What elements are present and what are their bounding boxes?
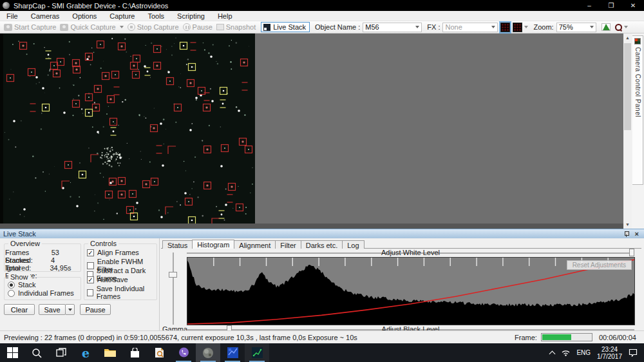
taskbar-file-explorer-button[interactable]	[98, 343, 122, 362]
radio-icon[interactable]	[8, 281, 15, 289]
live-stack-button[interactable]: Live Stack	[261, 22, 310, 32]
tab-histogram[interactable]: Histogram	[192, 240, 234, 249]
taskbar-film-app-button[interactable]	[245, 343, 269, 362]
chevron-down-icon[interactable]	[524, 26, 528, 28]
camera-icon	[60, 24, 68, 31]
radio-stack[interactable]: Stack	[8, 281, 36, 289]
menu-item-scripting[interactable]: Scripting	[171, 12, 211, 20]
doc-search-icon	[155, 347, 164, 358]
checkbox-autosave[interactable]: ✓AutoSave	[87, 276, 128, 283]
radio-icon[interactable]	[8, 290, 15, 297]
start-capture-button[interactable]: Start Capture	[4, 23, 56, 31]
object-name-combo[interactable]: M56	[363, 23, 422, 32]
white-level-slider[interactable]: Adjust White Level	[187, 250, 634, 256]
menu-item-options[interactable]: Options	[66, 12, 103, 20]
object-name-label: Object Name :	[315, 23, 360, 31]
restore-button[interactable]: ❐	[600, 0, 622, 11]
minimize-button[interactable]: –	[578, 0, 600, 11]
scrollbar-thumb[interactable]	[624, 43, 631, 130]
panel-icon	[634, 38, 641, 44]
title-bar: SharpCap - SMI Grabber Device - C:\Astro…	[0, 0, 644, 11]
clear-button[interactable]: Clear	[4, 304, 35, 315]
side-panel-strip: Camera Control Panel	[632, 33, 644, 229]
menu-item-cameras[interactable]: Cameras	[24, 12, 66, 20]
horizontal-scrollbar[interactable]	[0, 224, 623, 229]
histogram-section: StatusHistogramAlignmentFilterDarks etc.…	[159, 238, 644, 330]
taskbar-search-button[interactable]	[24, 343, 49, 362]
toolbar: Start Capture Quick Capture Stop Capture…	[0, 21, 644, 33]
camera-icon	[4, 24, 12, 31]
checkbox-icon[interactable]: ✓	[87, 276, 94, 283]
checkbox-save-individual-frames[interactable]: Save Individual Frames	[87, 285, 159, 300]
histogram-plot[interactable]: Reset Adjustments	[187, 257, 635, 325]
status-bar: Previewing : 22 frames (0 dropped) in 0:…	[0, 330, 644, 343]
frame-label: Frame:	[515, 334, 537, 341]
pause-stack-button[interactable]: Pause	[80, 304, 111, 315]
taskbar-blue-app-button[interactable]	[220, 343, 245, 362]
tab-darksetc[interactable]: Darks etc.	[301, 240, 343, 249]
scroll-down-icon[interactable]: ▼	[623, 220, 632, 229]
gamma-handle[interactable]	[169, 272, 177, 278]
pause-capture-button[interactable]: Pause	[183, 23, 213, 31]
film-app-icon	[252, 347, 263, 358]
taskbar-store-button[interactable]	[122, 343, 147, 362]
gamma-track[interactable]	[173, 252, 174, 325]
clock[interactable]: 23:24 1/7/2017	[597, 346, 622, 360]
panel-close-icon[interactable]: ×	[635, 231, 639, 237]
menu-item-file[interactable]: File	[0, 12, 24, 20]
white-level-handle[interactable]	[629, 249, 634, 256]
taskbar-task-view-button[interactable]	[49, 343, 73, 362]
display-lut-swatch[interactable]	[500, 23, 510, 32]
camera-control-panel-tab[interactable]: Camera Control Panel	[632, 35, 643, 185]
histogram-toolbar-icon[interactable]	[601, 23, 611, 31]
checkbox-icon[interactable]	[87, 289, 93, 296]
taskbar-sharpcap-button[interactable]	[196, 343, 220, 362]
taskbar-doc-search-button[interactable]	[147, 343, 171, 362]
taskbar-edge-button[interactable]: e	[73, 343, 98, 362]
tab-status[interactable]: Status	[162, 240, 193, 249]
stop-capture-button[interactable]: Stop Capture	[128, 23, 179, 31]
menu-item-help[interactable]: Help	[211, 12, 239, 20]
notification-icon[interactable]	[629, 348, 638, 357]
language-indicator[interactable]: ENG	[576, 349, 591, 356]
chevron-down-icon	[590, 26, 594, 28]
live-stack-preview-image[interactable]	[0, 33, 255, 224]
fx-combo[interactable]: None	[442, 23, 498, 32]
tab-filter[interactable]: Filter	[275, 240, 301, 249]
scroll-up-icon[interactable]: ▲	[623, 33, 632, 42]
search-icon	[32, 348, 42, 358]
magnifier-icon[interactable]	[614, 23, 622, 31]
close-button[interactable]: ✕	[622, 0, 644, 11]
checkbox-align-frames[interactable]: ✓Align Frames	[87, 249, 139, 256]
save-dropdown-button[interactable]	[65, 304, 75, 315]
snapshot-button[interactable]: Snapshot	[216, 23, 256, 31]
tab-log[interactable]: Log	[342, 240, 364, 249]
menu-item-capture[interactable]: Capture	[103, 12, 141, 20]
file-explorer-icon	[104, 348, 116, 357]
radio-individual-frames[interactable]: Individual Frames	[8, 289, 74, 297]
vertical-scrollbar[interactable]: ▲ ▼	[623, 33, 632, 229]
menu-bar: FileCamerasOptionsCaptureToolsScriptingH…	[0, 11, 644, 21]
gamma-slider[interactable]	[170, 252, 176, 325]
chevron-down-icon[interactable]	[624, 26, 628, 28]
quick-capture-button[interactable]: Quick Capture	[60, 23, 123, 31]
app-icon	[3, 2, 10, 9]
frame-progress-bar	[541, 333, 592, 341]
save-button[interactable]: Save	[39, 304, 66, 315]
reset-adjustments-button[interactable]: Reset Adjustments	[567, 260, 632, 270]
capture-lut-swatch[interactable]	[513, 23, 522, 32]
pin-icon[interactable]	[624, 231, 629, 237]
zoom-combo[interactable]: 75%	[556, 23, 596, 32]
image-display-area: ▲ ▼ Camera Control Panel	[0, 33, 644, 229]
window-title: SharpCap - SMI Grabber Device - C:\Astro…	[14, 2, 168, 10]
tab-alignment[interactable]: Alignment	[234, 240, 276, 249]
wifi-icon[interactable]	[562, 349, 570, 356]
chevron-down-icon[interactable]	[120, 26, 124, 28]
panel-title: Live Stack	[3, 230, 36, 238]
taskbar-start-button[interactable]	[0, 343, 24, 362]
checkbox-icon[interactable]: ✓	[87, 249, 94, 256]
taskbar-viber-button[interactable]	[171, 343, 196, 362]
start-icon	[7, 347, 18, 358]
tray-expand-icon[interactable]	[549, 350, 555, 356]
menu-item-tools[interactable]: Tools	[141, 12, 171, 20]
